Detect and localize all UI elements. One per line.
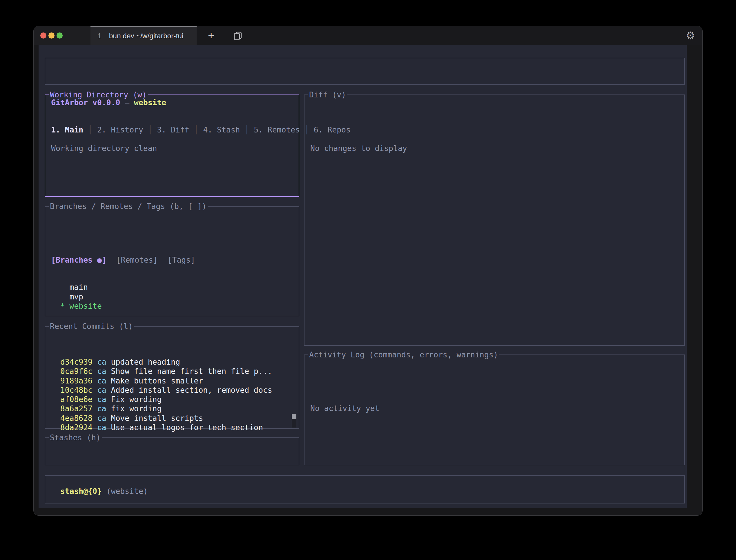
indent	[51, 357, 60, 366]
branch-name: website	[70, 301, 102, 310]
commit-author: ca	[97, 414, 106, 423]
commit-row[interactable]: af08e6e ca Fix wording	[51, 395, 299, 404]
commit-row[interactable]: d34c939 ca updated heading	[51, 357, 299, 367]
branch-name: main	[70, 283, 88, 292]
branch-marker	[51, 292, 70, 301]
commit-hash: 8a6a257	[60, 404, 92, 413]
commit-hash: 10c48bc	[60, 386, 92, 394]
commits-scrollbar-thumb[interactable]	[292, 414, 296, 419]
traffic-light-minimize[interactable]	[48, 32, 54, 39]
commit-author: ca	[97, 404, 106, 413]
terminal-tab[interactable]: 1 bun dev ~/w/gitarbor-tui	[90, 26, 197, 45]
commit-hash: 4ea8628	[60, 414, 92, 423]
panel-recent-commits[interactable]: Recent Commits (l) d34c939 ca updated he…	[45, 326, 299, 429]
settings-gear-icon[interactable]: ⚙	[682, 26, 699, 45]
space	[92, 423, 97, 432]
space	[106, 404, 111, 413]
branch-marker	[51, 283, 70, 292]
tab-overview-button[interactable]	[230, 26, 246, 45]
traffic-light-zoom[interactable]	[57, 32, 63, 39]
indent	[51, 414, 60, 423]
indent	[51, 376, 60, 385]
space	[92, 404, 97, 413]
commit-row[interactable]: 0ca9f6c ca Show file name first then fil…	[51, 367, 299, 376]
panel-title-recent-commits: Recent Commits (l)	[49, 322, 134, 331]
tab-title: bun dev ~/w/gitarbor-tui	[109, 32, 183, 40]
space	[92, 414, 97, 423]
branch-list: main mvp * website	[51, 283, 299, 311]
branch-item[interactable]: * website	[51, 301, 299, 311]
commit-row[interactable]: 8a6a257 ca fix wording	[51, 404, 299, 413]
panel-working-directory[interactable]: Working Directory (w) Working directory …	[45, 94, 299, 197]
tab-bar: 1 bun dev ~/w/gitarbor-tui + ⚙	[34, 26, 702, 45]
commit-author: ca	[97, 367, 106, 376]
tab-number: 1	[97, 32, 101, 40]
commit-author: ca	[97, 386, 106, 394]
space	[106, 367, 111, 376]
commit-row[interactable]: 9189a36 ca Make buttons smaller	[51, 376, 299, 386]
new-tab-button[interactable]: +	[203, 26, 219, 45]
panel-activity-log[interactable]: Activity Log (commands, errors, warnings…	[304, 354, 685, 465]
branch-name: mvp	[70, 292, 83, 301]
diff-status: No changes to display	[310, 144, 684, 153]
commit-hash: 0ca9f6c	[60, 367, 92, 376]
space	[106, 414, 111, 423]
commit-author: ca	[97, 423, 106, 432]
commit-message: Move install scripts	[111, 414, 203, 423]
branch-item[interactable]: main	[51, 283, 299, 292]
branches-tab-selected[interactable]: [Branches ●]	[51, 255, 106, 264]
space	[106, 395, 111, 404]
commit-hash: af08e6e	[60, 395, 92, 404]
space	[106, 386, 111, 394]
branch-marker: *	[51, 301, 70, 310]
tags-tab[interactable]: [Tags]	[168, 255, 195, 264]
panel-branches[interactable]: Branches / Remotes / Tags (b, [ ]) [Bran…	[45, 206, 299, 316]
commit-hash: d34c939	[60, 357, 92, 366]
space	[106, 357, 111, 366]
commit-row[interactable]: 4ea8628 ca Move install scripts	[51, 414, 299, 423]
commit-message: fix wording	[111, 404, 162, 413]
commit-message: Make buttons smaller	[111, 376, 203, 385]
keybindings-bar: [/] Settings | [?] Help | [P] Push | [p]…	[45, 475, 685, 503]
commit-message: updated heading	[111, 357, 180, 366]
branch-item[interactable]: mvp	[51, 292, 299, 301]
commit-message: Added install section, removed docs	[111, 386, 272, 394]
commit-author: ca	[97, 357, 106, 366]
commit-message: Show file name first then file p...	[111, 367, 272, 376]
commit-hash: 9189a36	[60, 376, 92, 385]
space	[92, 357, 97, 366]
commits-scrollbar-track[interactable]	[292, 414, 296, 428]
working-directory-status: Working directory clean	[51, 144, 299, 153]
activity-log-status: No activity yet	[310, 404, 684, 413]
commit-list: d34c939 ca updated heading 0ca9f6c ca Sh…	[45, 354, 299, 432]
window-controls	[34, 26, 90, 45]
indent	[51, 395, 60, 404]
indent	[51, 423, 60, 432]
commit-author: ca	[97, 395, 106, 404]
panel-title-branches: Branches / Remotes / Tags (b, [ ])	[49, 202, 208, 211]
commit-hash: 8da2924	[60, 423, 92, 432]
terminal-window: 1 bun dev ~/w/gitarbor-tui + ⚙ GitArbor …	[33, 26, 703, 516]
commit-message: Use actual logos for tech section	[111, 423, 263, 432]
remotes-tab[interactable]: [Remotes]	[116, 255, 158, 264]
space	[106, 376, 111, 385]
panel-title-working-directory: Working Directory (w)	[49, 90, 148, 99]
commit-row[interactable]: 10c48bc ca Added install section, remove…	[51, 386, 299, 395]
space	[92, 395, 97, 404]
commit-author: ca	[97, 376, 106, 385]
panel-diff[interactable]: Diff (v) No changes to display	[304, 94, 685, 346]
panel-title-stashes: Stashes (h)	[49, 433, 102, 442]
commit-row[interactable]: 8da2924 ca Use actual logos for tech sec…	[51, 423, 299, 432]
space	[106, 423, 111, 432]
tab-overview-icon	[233, 31, 243, 41]
panel-title-activity-log: Activity Log (commands, errors, warnings…	[308, 350, 499, 359]
space	[92, 386, 97, 394]
space	[92, 376, 97, 385]
space	[92, 367, 97, 376]
traffic-light-close[interactable]	[40, 32, 46, 39]
branches-tab-row: [Branches ●][Remotes][Tags]	[51, 255, 299, 265]
indent	[51, 404, 60, 413]
panel-title-diff: Diff (v)	[308, 90, 347, 99]
keybindings-line-1: [/] Settings | [?] Help | [P] Push | [p]…	[51, 515, 684, 516]
panel-stashes[interactable]: Stashes (h) stash@{0} (website) wip	[45, 437, 299, 465]
